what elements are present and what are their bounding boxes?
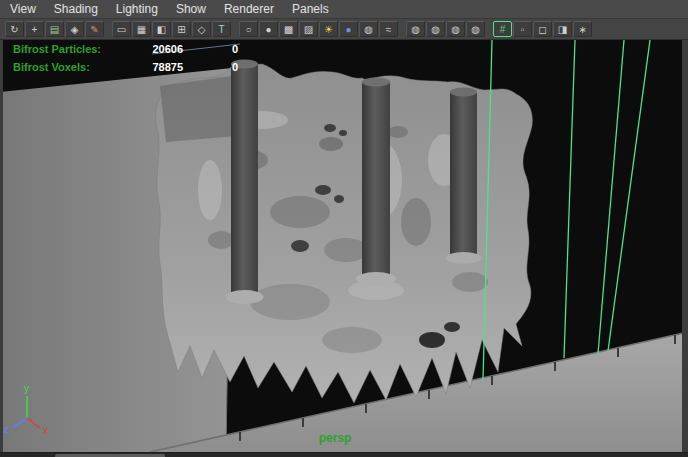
resolution-gate-icon[interactable]: ▦ bbox=[132, 21, 151, 37]
horizontal-scrollbar[interactable] bbox=[0, 452, 688, 457]
tumble-tool-icon[interactable]: ↻ bbox=[5, 21, 24, 37]
viewport-canvas[interactable]: y z x bbox=[0, 40, 688, 452]
viewport-right-border bbox=[682, 40, 688, 452]
menu-bar: ViewShadingLightingShowRendererPanels bbox=[0, 0, 688, 19]
backface-culling-icon[interactable]: ◨ bbox=[553, 21, 572, 37]
hud-row: Bifrost Particles:206060 bbox=[0, 41, 270, 59]
motion-blur-icon[interactable]: ≈ bbox=[379, 21, 398, 37]
axis-z-label: z bbox=[4, 424, 9, 435]
safe-action-icon[interactable]: ◇ bbox=[192, 21, 211, 37]
menu-panels[interactable]: Panels bbox=[292, 2, 329, 16]
pillar-3[interactable] bbox=[446, 88, 482, 265]
toolbar-group: ↻+▤◈✎ bbox=[5, 21, 104, 37]
film-gate-icon[interactable]: ▭ bbox=[112, 21, 131, 37]
toolbar-group: ○●▩▨☀●◍≈ bbox=[239, 21, 398, 37]
menu-renderer[interactable]: Renderer bbox=[224, 2, 274, 16]
image-plane-icon[interactable]: ▤ bbox=[45, 21, 64, 37]
hud-value: 20606 bbox=[0, 43, 183, 55]
perspective-viewport[interactable]: y z x Bifrost Particles:206060Bifrost Vo… bbox=[0, 40, 688, 452]
hud-overlay: Bifrost Particles:206060Bifrost Voxels:7… bbox=[0, 41, 270, 77]
hud-extra-value: 0 bbox=[190, 61, 238, 73]
toolbar-group: #▫◻◨∗ bbox=[493, 21, 592, 37]
axis-x-label: x bbox=[43, 425, 48, 436]
camera-name-label: persp bbox=[319, 431, 352, 445]
textured-icon[interactable]: ▩ bbox=[279, 21, 298, 37]
selected-lights-icon[interactable]: ◍ bbox=[446, 21, 465, 37]
menu-view[interactable]: View bbox=[10, 2, 36, 16]
menu-shading[interactable]: Shading bbox=[54, 2, 98, 16]
shadows-icon[interactable]: ● bbox=[339, 21, 358, 37]
grease-pencil-icon[interactable]: ✎ bbox=[85, 21, 104, 37]
toolbar-group: ▭▦◧⊞◇T bbox=[112, 21, 231, 37]
toolbar-group: ◍◍◍◍ bbox=[406, 21, 485, 37]
shaded-icon[interactable]: ● bbox=[259, 21, 278, 37]
safe-title-icon[interactable]: T bbox=[212, 21, 231, 37]
field-chart-icon[interactable]: ⊞ bbox=[172, 21, 191, 37]
occlusion-icon[interactable]: ◍ bbox=[359, 21, 378, 37]
grid-icon[interactable]: # bbox=[493, 21, 512, 37]
menu-lighting[interactable]: Lighting bbox=[116, 2, 158, 16]
isolate-select-icon[interactable]: ▫ bbox=[513, 21, 532, 37]
pillar-1[interactable] bbox=[226, 60, 264, 305]
hud-extra-value: 0 bbox=[190, 43, 238, 55]
lights-icon[interactable]: ☀ bbox=[319, 21, 338, 37]
track-tool-icon[interactable]: + bbox=[25, 21, 44, 37]
all-lights-icon[interactable]: ◍ bbox=[426, 21, 445, 37]
maya-viewport-panel: ViewShadingLightingShowRendererPanels ↻+… bbox=[0, 0, 688, 457]
hud-row: Bifrost Voxels:788750 bbox=[0, 59, 270, 77]
viewport-left-border bbox=[0, 40, 3, 452]
menu-show[interactable]: Show bbox=[176, 2, 206, 16]
flat-lighting-icon[interactable]: ◍ bbox=[466, 21, 485, 37]
use-default-material-icon[interactable]: ▨ bbox=[299, 21, 318, 37]
xray-icon[interactable]: ◻ bbox=[533, 21, 552, 37]
gate-mask-icon[interactable]: ◧ bbox=[152, 21, 171, 37]
hud-value: 78875 bbox=[0, 61, 183, 73]
share-icon[interactable]: ∗ bbox=[573, 21, 592, 37]
axis-y-label: y bbox=[24, 383, 29, 394]
viewport-toolbar: ↻+▤◈✎▭▦◧⊞◇T○●▩▨☀●◍≈◍◍◍◍#▫◻◨∗ bbox=[0, 19, 688, 40]
default-light-icon[interactable]: ◍ bbox=[406, 21, 425, 37]
wireframe-icon[interactable]: ○ bbox=[239, 21, 258, 37]
bookmark-icon[interactable]: ◈ bbox=[65, 21, 84, 37]
